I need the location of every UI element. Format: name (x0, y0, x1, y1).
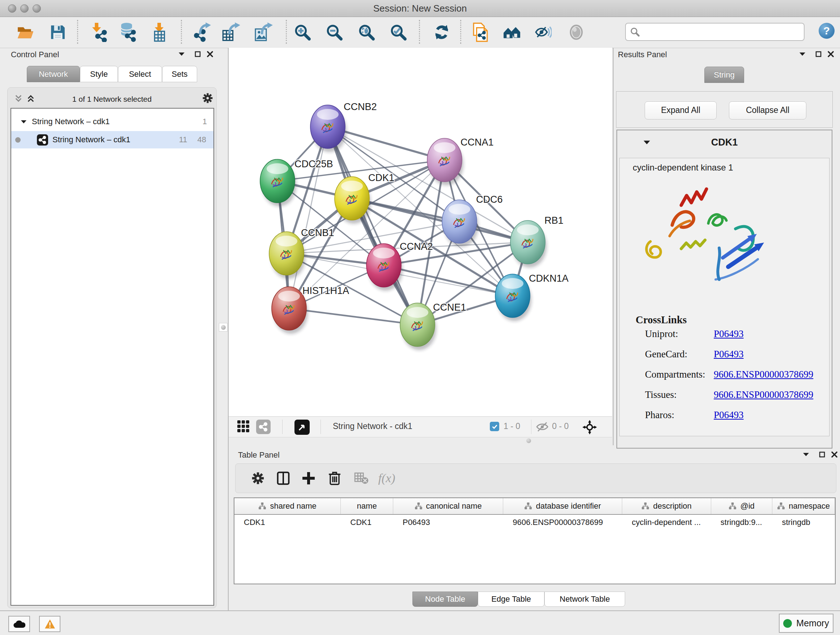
network-edge[interactable] (352, 198, 528, 242)
network-node-CDC6[interactable]: CDC6 (442, 194, 503, 247)
zoom-fit-button[interactable] (356, 21, 377, 43)
search-input[interactable] (625, 23, 805, 41)
create-column-icon[interactable] (299, 469, 318, 488)
show-columns-icon[interactable] (274, 469, 293, 488)
table-options-gear-icon[interactable] (248, 469, 267, 488)
crosslink-value-link[interactable]: P06493 (714, 409, 744, 430)
warnings-button[interactable] (39, 616, 60, 632)
network-node-HIST1H1A[interactable]: HIST1H1A (272, 285, 349, 334)
pan-crosshair-icon[interactable] (583, 420, 597, 434)
open-session-button[interactable] (15, 21, 36, 43)
network-node-CCNA2[interactable]: CCNA2 (366, 241, 433, 291)
crosslink-value-link[interactable]: 9606.ENSP00000378699 (714, 389, 813, 409)
grid-mode-icon[interactable] (237, 420, 250, 433)
column-header-namespace[interactable]: namespace (772, 498, 835, 514)
network-from-clipboard-button[interactable] (470, 21, 491, 43)
import-table-from-file-button[interactable] (149, 21, 171, 43)
close-panel-icon[interactable] (829, 450, 839, 459)
houses-icon (503, 25, 521, 39)
network-options-gear-icon[interactable] (202, 93, 213, 105)
results-panel-title: Results Panel (618, 50, 667, 59)
network-edge[interactable] (289, 127, 328, 309)
network-node-CCNE1[interactable]: CCNE1 (400, 302, 466, 350)
network-node-RB1[interactable]: RB1 (510, 215, 564, 268)
network-row[interactable]: String Network – cdk1 11 48 (11, 131, 213, 149)
table-cell[interactable]: 9606.ENSP00000378699 (503, 518, 622, 527)
column-header-canonical-name[interactable]: canonical name (393, 498, 503, 514)
hide-graphics-details-button[interactable] (532, 21, 554, 43)
float-panel-icon[interactable] (817, 450, 827, 459)
zoom-in-button[interactable] (292, 21, 313, 43)
tab-select[interactable]: Select (118, 66, 162, 82)
birdseye-toggle-icon[interactable] (294, 420, 309, 435)
help-button[interactable]: ? (819, 23, 835, 39)
table-cell[interactable]: CDK1 (341, 518, 393, 527)
export-network-button[interactable] (192, 21, 213, 43)
network-node-CDC25B[interactable]: CDC25B (260, 158, 333, 206)
column-header-description[interactable]: description (622, 498, 711, 514)
rendering-sphere-button[interactable] (566, 21, 587, 43)
table-cell[interactable]: stringdb:9... (711, 518, 773, 527)
table-cell[interactable]: stringdb (772, 518, 835, 527)
column-header-shared-name[interactable]: shared name (234, 498, 341, 514)
function-builder-icon[interactable]: f(x) (377, 469, 396, 488)
zoom-out-button[interactable] (324, 21, 345, 43)
float-panel-icon[interactable] (813, 49, 823, 59)
close-panel-icon[interactable] (826, 49, 835, 59)
column-header--id[interactable]: @id (711, 498, 773, 514)
network-canvas[interactable]: CCNB2CCNA1CDC25BCDK1CDC6RB1CCNB1CCNA2CDK… (229, 48, 612, 416)
node-label: CCNA2 (400, 241, 433, 252)
network-node-CCNA1[interactable]: CCNA1 (427, 137, 494, 185)
column-header-database-identifier[interactable]: database identifier (503, 498, 622, 514)
right-splitter[interactable] (613, 48, 614, 445)
cloud-button[interactable] (8, 616, 30, 632)
table-cell[interactable]: CDK1 (234, 518, 341, 527)
crosslink-value-link[interactable]: P06493 (714, 348, 744, 369)
network-graph[interactable]: CCNB2CCNA1CDC25BCDK1CDC6RB1CCNB1CCNA2CDK… (229, 48, 612, 416)
zoom-selected-button[interactable] (388, 21, 409, 43)
column-header-name[interactable]: name (341, 498, 393, 514)
table-row[interactable]: CDK1CDK1P064939606.ENSP00000378699cyclin… (234, 515, 835, 530)
tab-node-table[interactable]: Node Table (412, 592, 478, 607)
panel-menu-icon[interactable] (798, 49, 807, 59)
expand-all-button[interactable]: Expand All (645, 101, 717, 119)
table-cell[interactable]: P06493 (393, 518, 503, 527)
tab-network-table[interactable]: Network Table (545, 592, 625, 607)
crosslink-value-link[interactable]: P06493 (714, 328, 744, 348)
crosslink-row: Uniprot:P06493 (620, 328, 829, 348)
share-mode-icon[interactable] (256, 420, 271, 434)
import-network-from-file-button[interactable] (89, 21, 110, 43)
horizontal-splitter-handle[interactable] (526, 439, 531, 443)
crosslink-value-link[interactable]: 9606.ENSP00000378699 (714, 369, 813, 389)
tree-expander-icon[interactable] (21, 119, 27, 124)
apply-layout-button[interactable] (431, 21, 452, 43)
delete-table-icon[interactable] (352, 469, 371, 488)
save-session-button[interactable] (47, 21, 68, 43)
float-panel-icon[interactable] (193, 49, 202, 59)
collapse-all-button[interactable]: Collapse All (729, 101, 806, 119)
tab-style[interactable]: Style (80, 66, 118, 82)
panel-menu-icon[interactable] (801, 450, 811, 459)
selected-checkbox[interactable] (490, 422, 499, 431)
network-node-CCNB1[interactable]: CCNB1 (269, 227, 334, 279)
tab-network[interactable]: Network (27, 66, 80, 82)
tab-sets[interactable]: Sets (162, 66, 197, 82)
network-node-CCNB2[interactable]: CCNB2 (310, 101, 377, 152)
import-network-from-database-button[interactable] (118, 21, 139, 43)
panel-menu-icon[interactable] (177, 49, 186, 59)
table-cell[interactable]: cyclin-dependent ... (622, 518, 711, 527)
export-image-button[interactable] (253, 21, 274, 43)
memory-button[interactable]: Memory (779, 614, 834, 633)
crosslink-label: Pharos: (645, 409, 714, 430)
string-home-button[interactable] (501, 21, 523, 43)
network-edge[interactable] (289, 309, 417, 325)
tab-string[interactable]: String (704, 67, 744, 83)
delete-columns-icon[interactable] (325, 469, 344, 488)
close-panel-icon[interactable] (205, 49, 215, 59)
tab-edge-table[interactable]: Edge Table (478, 592, 545, 607)
left-splitter-handle[interactable] (219, 323, 227, 332)
node-table[interactable]: shared namenamecanonical namedatabase id… (234, 497, 836, 584)
network-node-CDKN1A[interactable]: CDKN1A (495, 273, 569, 321)
network-collection-row[interactable]: String Network – cdk1 1 (11, 113, 213, 130)
export-table-button[interactable] (221, 21, 242, 43)
